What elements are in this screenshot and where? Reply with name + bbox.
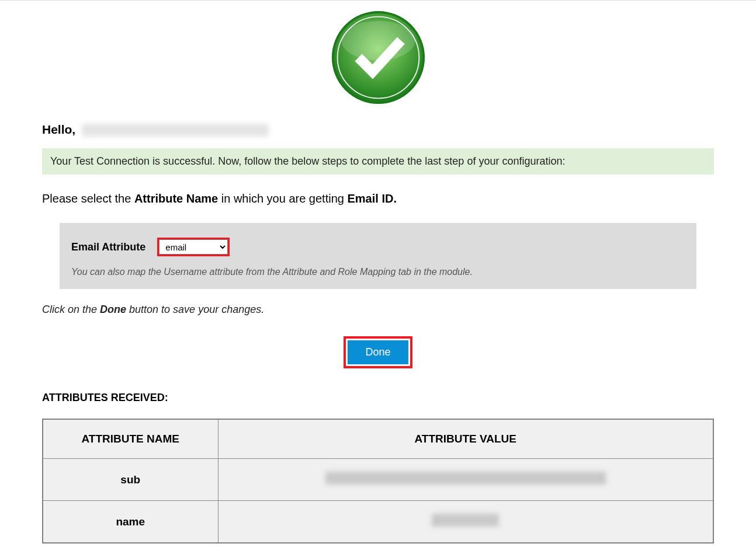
email-attribute-label: Email Attribute xyxy=(71,241,145,253)
success-banner: Your Test Connection is successful. Now,… xyxy=(42,148,714,175)
attribute-value-cell xyxy=(218,501,713,543)
email-attribute-row: Email Attribute email xyxy=(71,238,685,256)
greeting-text: Hello, xyxy=(42,123,714,137)
done-button-container: Done xyxy=(42,336,714,368)
mapping-hint: You can also map the Username attribute … xyxy=(71,267,685,277)
attribute-name-cell: name xyxy=(43,501,218,543)
table-row: name xyxy=(43,501,713,543)
select-highlight-border: email xyxy=(157,238,230,256)
attribute-value-cell xyxy=(218,459,713,501)
checkmark-icon xyxy=(330,9,426,106)
attribute-value-redacted xyxy=(432,514,499,527)
attribute-name-cell: sub xyxy=(43,459,218,501)
success-message: Your Test Connection is successful. Now,… xyxy=(50,155,565,167)
table-header-row: ATTRIBUTE NAME ATTRIBUTE VALUE xyxy=(43,419,713,459)
header-attribute-name: ATTRIBUTE NAME xyxy=(43,419,218,459)
select-instruction: Please select the Attribute Name in whic… xyxy=(42,192,714,205)
done-button[interactable]: Done xyxy=(348,340,408,364)
attribute-value-redacted xyxy=(325,472,606,485)
attributes-table: ATTRIBUTE NAME ATTRIBUTE VALUE sub name xyxy=(42,419,714,543)
greeting-username-redacted xyxy=(82,124,269,137)
svg-point-2 xyxy=(341,20,415,60)
table-row: sub xyxy=(43,459,713,501)
greeting-hello: Hello, xyxy=(42,123,75,136)
success-checkmark-container xyxy=(42,6,714,123)
attributes-received-heading: ATTRIBUTES RECEIVED: xyxy=(42,392,714,404)
email-attribute-panel: Email Attribute email You can also map t… xyxy=(60,223,696,289)
done-button-highlight-border: Done xyxy=(344,336,412,368)
email-attribute-select[interactable]: email xyxy=(159,239,228,255)
header-attribute-value: ATTRIBUTE VALUE xyxy=(218,419,713,459)
save-instruction: Click on the Done button to save your ch… xyxy=(42,304,714,316)
